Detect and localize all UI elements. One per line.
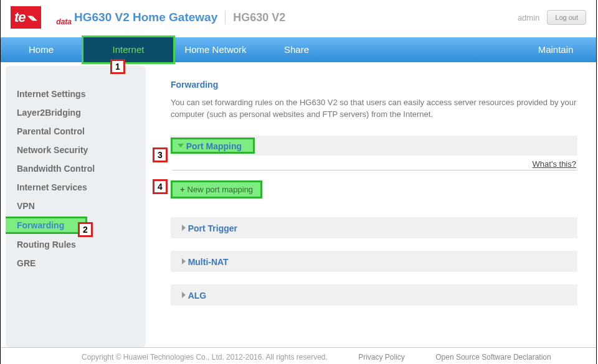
logo-text-te: te <box>11 9 26 26</box>
section-port-trigger-label: Port Trigger <box>188 223 237 233</box>
brand-logo: te ◥◣ data <box>11 6 62 29</box>
nav-maintain[interactable]: Maintain <box>515 37 596 62</box>
section-alg[interactable]: ALG <box>171 284 577 306</box>
sidebar-item-routing-rules[interactable]: Routing Rules <box>6 235 146 254</box>
section-alg-label: ALG <box>188 290 207 300</box>
chevron-right-icon <box>182 258 186 264</box>
nav-home[interactable]: Home <box>1 37 82 62</box>
footer-oss-link[interactable]: Open Source Software Declaration <box>435 353 551 362</box>
sidebar-item-network-security[interactable]: Network Security <box>6 141 146 159</box>
sidebar-item-forwarding[interactable]: Forwarding <box>6 217 87 234</box>
logout-button[interactable]: Log out <box>547 10 586 25</box>
title-separator <box>225 11 225 24</box>
sidebar-item-internet-services[interactable]: Internet Services <box>6 178 146 197</box>
content-heading: Forwarding <box>171 80 577 90</box>
sidebar-item-parental-control[interactable]: Parental Control <box>6 122 146 141</box>
section-port-mapping-label: Port Mapping <box>186 141 242 151</box>
footer-copyright: Copyright © Huawei Technologies Co., Ltd… <box>82 353 328 362</box>
whats-this-link[interactable]: What's this? <box>533 159 576 169</box>
sidebar-item-bandwidth-control[interactable]: Bandwidth Control <box>6 159 146 178</box>
current-user-label: admin <box>518 13 539 22</box>
new-port-mapping-button[interactable]: +New port mapping <box>171 180 262 198</box>
top-bar: te ◥◣ data HG630 V2 Home Gateway HG630 V… <box>1 0 596 37</box>
sidebar-item-vpn[interactable]: VPN <box>6 197 146 215</box>
logo-arrow-icon: ◥◣ <box>27 14 37 21</box>
main-nav: Home Internet Home Network Share Maintai… <box>1 37 596 62</box>
footer: Copyright © Huawei Technologies Co., Ltd… <box>1 347 596 364</box>
plus-icon: + <box>180 185 185 194</box>
page-subtitle: HG630 V2 <box>233 11 285 24</box>
annotation-callout-1: 1 <box>110 59 125 74</box>
nav-internet[interactable]: Internet <box>82 35 175 64</box>
sidebar-item-gre[interactable]: GRE <box>6 254 146 273</box>
section-multi-nat-label: Multi-NAT <box>188 256 229 266</box>
sidebar: Internet Settings Layer2Bridging Parenta… <box>6 66 146 347</box>
new-port-mapping-label: New port mapping <box>187 185 254 194</box>
page-title: HG630 V2 Home Gateway <box>74 11 217 24</box>
logo-text-data: data <box>56 17 72 26</box>
content-description: You can set forwarding rules on the HG63… <box>171 97 577 121</box>
annotation-callout-3: 3 <box>153 147 168 162</box>
section-port-mapping[interactable]: Port Mapping <box>171 136 577 156</box>
content-area: Forwarding You can set forwarding rules … <box>146 62 596 347</box>
footer-privacy-link[interactable]: Privacy Policy <box>358 353 405 362</box>
section-multi-nat[interactable]: Multi-NAT <box>171 251 577 272</box>
chevron-right-icon <box>182 225 186 231</box>
sidebar-item-layer2bridging[interactable]: Layer2Bridging <box>6 103 146 122</box>
chevron-down-icon <box>178 144 184 147</box>
section-port-trigger[interactable]: Port Trigger <box>171 217 577 238</box>
annotation-callout-2: 2 <box>78 222 93 237</box>
nav-share[interactable]: Share <box>256 37 337 62</box>
annotation-callout-4: 4 <box>153 179 168 194</box>
sidebar-item-internet-settings[interactable]: Internet Settings <box>6 85 146 103</box>
nav-home-network[interactable]: Home Network <box>175 37 256 62</box>
chevron-right-icon <box>182 292 186 298</box>
